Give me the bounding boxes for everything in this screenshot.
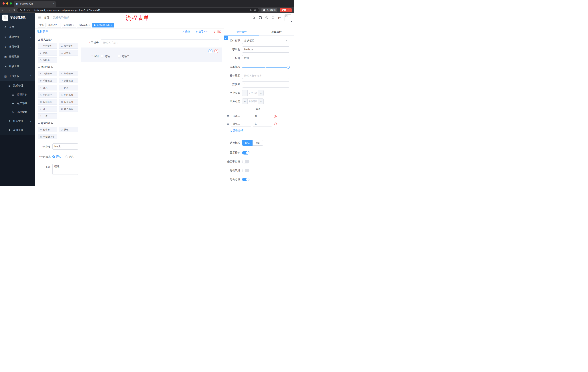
component-item-cascader[interactable]: ⋔级联选择 — [59, 71, 78, 76]
tag-process-form[interactable]: 流程表单 × — [77, 23, 91, 28]
help-icon[interactable] — [265, 16, 268, 19]
component-item-editor[interactable]: ✎编辑器 — [38, 57, 57, 63]
component-item-row-container[interactable]: ▭行容器 — [38, 127, 57, 132]
sidebar-item-system-management[interactable]: ⚙ 系统管理 ⌄ — [0, 32, 35, 42]
component-item-counter[interactable]: 123计数器 — [59, 50, 78, 56]
close-icon[interactable]: × — [58, 24, 59, 26]
status-radio-off[interactable]: 关闭 — [65, 155, 74, 158]
checkbox[interactable] — [101, 55, 103, 58]
back-arrow-icon[interactable] — [2, 9, 5, 12]
tag-process-model[interactable]: 流程模型 × — [62, 23, 76, 28]
forward-arrow-icon[interactable] — [7, 9, 10, 12]
slider-handle[interactable] — [287, 66, 290, 69]
component-item-date-range[interactable]: ▩日期范围 — [59, 99, 78, 105]
component-item-time-range[interactable]: ◶时间范围 — [59, 92, 78, 97]
component-item-password[interactable]: 密码 — [38, 50, 57, 56]
close-icon[interactable]: × — [52, 2, 54, 5]
reload-icon[interactable] — [12, 9, 15, 11]
decrement-button[interactable]: − — [242, 90, 248, 96]
grid-slider[interactable] — [242, 64, 289, 70]
close-icon[interactable]: × — [88, 24, 90, 26]
sidebar-item-payment-management[interactable]: ¥ 支付管理 ⌄ — [0, 42, 35, 52]
kebab-menu-icon[interactable]: ⋮ — [288, 9, 290, 11]
component-item-switch[interactable]: ◐开关 — [38, 85, 57, 90]
phone-input[interactable] — [101, 40, 220, 46]
delete-icon[interactable] — [214, 49, 218, 53]
component-item-textarea[interactable]: ☰多行文本 — [59, 43, 78, 49]
component-item-checkbox-group[interactable]: ☑多选框组 — [59, 78, 78, 83]
new-tab-button[interactable] — [58, 3, 60, 5]
disabled-switch[interactable] — [242, 169, 249, 172]
remove-option-icon[interactable] — [274, 115, 277, 118]
tag-home[interactable]: 首页 — [38, 23, 45, 28]
key-icon[interactable] — [249, 9, 252, 11]
option-label-input[interactable] — [231, 121, 251, 127]
component-type-select[interactable]: 多选框组 ▾ — [242, 38, 289, 44]
option-value-input[interactable] — [253, 121, 272, 127]
sidebar-item-leave-query[interactable]: ♟ 请假查询 — [0, 126, 35, 135]
option-value-input[interactable] — [253, 114, 272, 119]
min-selected-input[interactable] — [248, 90, 258, 96]
breadcrumb-home[interactable]: 首页 — [44, 16, 49, 19]
increment-button[interactable]: + — [258, 99, 263, 104]
view-json-button[interactable]: 查看json — [195, 30, 208, 33]
url-text[interactable]: dashboard.yudao.iocoder.cn/bpm/manager/f… — [34, 9, 248, 11]
fullscreen-icon[interactable] — [272, 16, 274, 19]
component-item-button[interactable]: ◻按钮 — [59, 127, 78, 132]
show-label-switch[interactable] — [242, 151, 249, 155]
sidebar-item-workflow[interactable]: ◫ 工作流程 ⌃ — [0, 71, 35, 81]
checkbox[interactable] — [118, 55, 120, 58]
component-item-select[interactable]: ▾下拉选择 — [38, 71, 57, 76]
tag-process-definition[interactable]: 流程定义 × — [47, 23, 61, 28]
close-icon[interactable]: × — [73, 24, 74, 26]
component-item-slider[interactable]: ↔滑块 — [59, 85, 78, 90]
increment-button[interactable]: + — [258, 90, 263, 96]
remove-option-icon[interactable] — [274, 122, 277, 125]
tab-form-props[interactable]: 表单属性 — [259, 28, 294, 35]
field-name-input[interactable] — [242, 46, 289, 53]
address-bar[interactable]: 不安全 dashboard.yudao.iocoder.cn/bpm/manag… — [17, 8, 259, 12]
component-item-table[interactable]: ▦表格[开发中] — [38, 134, 57, 139]
security-label[interactable]: 不安全 — [23, 8, 31, 12]
browser-tab[interactable]: 芋道管理系统 × — [14, 1, 56, 7]
tag-process-form-edit[interactable]: 流程表单-编辑 × — [92, 23, 114, 28]
form-canvas[interactable]: * 手机号 — [81, 35, 224, 186]
border-switch[interactable] — [242, 160, 249, 163]
save-button[interactable]: 保存 — [182, 30, 190, 33]
sidebar-item-process-management[interactable]: ≣ 流程管理 ⌃ — [0, 81, 35, 90]
hamburger-icon[interactable] — [38, 16, 41, 19]
status-radio-on[interactable]: 开启 — [52, 155, 61, 158]
required-switch[interactable] — [242, 178, 249, 181]
tab-component-props[interactable]: 组件属性 — [224, 28, 259, 35]
minimize-window-button[interactable] — [6, 2, 8, 5]
style-button-button[interactable]: 按钮 — [252, 140, 263, 146]
font-size-icon[interactable]: TT — [278, 16, 281, 19]
avatar[interactable] — [284, 14, 291, 21]
star-icon[interactable] — [254, 9, 257, 11]
sidebar-item-process-model[interactable]: ➤ 流程模型 — [0, 108, 35, 117]
add-option-button[interactable]: 添加选项 — [230, 129, 289, 132]
drag-handle-icon[interactable]: ☰ — [226, 122, 230, 125]
close-window-button[interactable] — [2, 2, 5, 5]
max-selected-input[interactable] — [248, 99, 258, 104]
remark-textarea[interactable]: 嘿嘿 — [52, 164, 78, 175]
zoom-window-button[interactable] — [10, 2, 12, 5]
label-width-input[interactable] — [242, 73, 289, 79]
component-item-time-picker[interactable]: ◷时间选择 — [38, 92, 57, 97]
canvas-field-phone[interactable]: * 手机号 — [81, 40, 220, 46]
title-input[interactable] — [242, 55, 289, 61]
sidebar-item-process-form[interactable]: ▤ 流程表单 — [0, 90, 35, 99]
sidebar-logo-row[interactable]: 芋道管理系统 — [0, 13, 35, 22]
copy-icon[interactable] — [209, 49, 212, 53]
link-icon[interactable] — [224, 36, 228, 40]
update-button[interactable]: 更新 ⋮ — [280, 8, 292, 12]
option-label-input[interactable] — [231, 114, 251, 119]
close-icon[interactable]: × — [111, 24, 112, 26]
checkbox-option-2[interactable]: 选项二 — [118, 55, 129, 58]
search-icon[interactable] — [252, 16, 255, 19]
default-value-input[interactable] — [242, 81, 289, 87]
component-item-date-picker[interactable]: ▦日期选择 — [38, 99, 57, 105]
sidebar-item-home[interactable]: ⊙ 首页 — [0, 22, 35, 32]
sidebar-item-task-management[interactable]: ⋔ 任务管理 ⌄ — [0, 117, 35, 126]
sidebar-item-user-group[interactable]: ☻ 用户分组 — [0, 99, 35, 108]
